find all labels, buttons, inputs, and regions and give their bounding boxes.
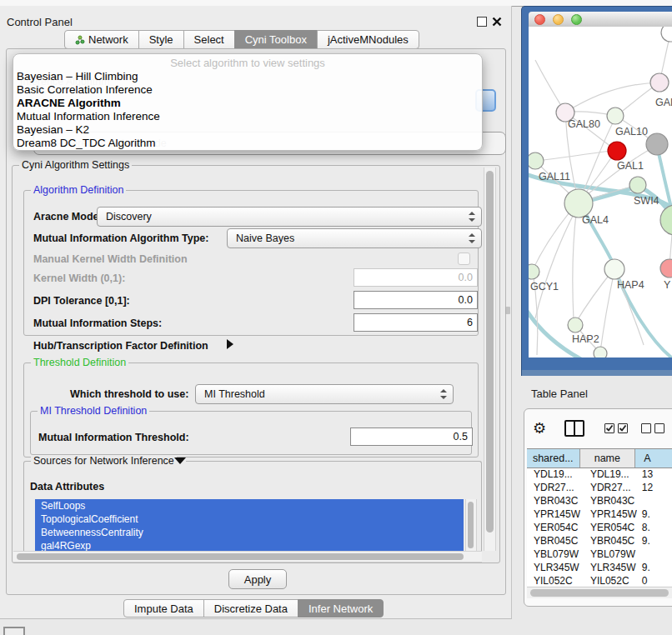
vertical-scrollbar[interactable]: [484, 168, 496, 551]
table-row[interactable]: YLR345WYLR345W9.: [527, 562, 672, 575]
manual-kernel-checkbox[interactable]: [458, 252, 470, 265]
table-row[interactable]: YBR045CYBR045C9.: [527, 535, 672, 548]
table-cell: YIL052C: [527, 575, 580, 586]
unchecked-boxes-icon[interactable]: [641, 423, 664, 433]
mi-threshold-field[interactable]: 0.5: [350, 428, 473, 446]
close-icon[interactable]: [492, 17, 502, 27]
mi-threshold-label: Mutual Information Threshold:: [38, 432, 189, 443]
floating-window-icon[interactable]: [3, 627, 25, 635]
network-window-bottom-frame: [522, 370, 672, 376]
table-rows: YDL19...YDL19...13YDR27...YDR27...12YBR0…: [527, 468, 672, 586]
threshold-definition-title: Threshold Definition: [31, 357, 128, 368]
mi-type-combo[interactable]: Naive Bayes: [227, 228, 482, 248]
aracne-mode-label: Aracne Mode:: [33, 211, 103, 222]
which-threshold-combo[interactable]: MI Threshold: [195, 384, 454, 404]
node-label-gal11: GAL11: [539, 171, 570, 182]
dpi-tolerance-label: DPI Tolerance [0,1]:: [33, 295, 130, 307]
panel-title: Control Panel: [7, 16, 73, 28]
node-red[interactable]: [608, 142, 626, 160]
tab-label: Style: [149, 33, 173, 46]
aracne-mode-combo[interactable]: Discovery: [97, 207, 482, 227]
apply-button[interactable]: Apply: [228, 569, 287, 589]
table-row[interactable]: YDR27...YDR27...12: [527, 482, 672, 495]
column-header-shared-[interactable]: shared...: [527, 449, 580, 468]
dropdown-item-mutual-information-inference[interactable]: Mutual Information Inference: [17, 110, 160, 123]
tab-jactivemnodules[interactable]: jActiveMNodules: [317, 30, 419, 49]
split-columns-icon[interactable]: [564, 420, 584, 437]
kernel-width-value: 0.0: [459, 272, 473, 283]
tab-label: Discretize Data: [214, 602, 288, 615]
node-label-gal1: GAL1: [617, 160, 644, 172]
gear-icon[interactable]: ⚙: [533, 421, 546, 436]
panel-divider-handle[interactable]: [505, 307, 510, 314]
tab-impute-data[interactable]: Impute Data: [123, 599, 204, 618]
table-row[interactable]: YIL052CYIL052C0: [527, 575, 672, 586]
dropdown-item-bayesian-k2[interactable]: Bayesian – K2: [17, 123, 160, 137]
table-row[interactable]: YBL079WYBL079W: [527, 548, 672, 562]
network-window-titlebar[interactable]: [529, 12, 672, 28]
table-cell: [637, 548, 672, 562]
node-hap2[interactable]: [568, 318, 583, 332]
table-horizontal-scrollbar[interactable]: [527, 587, 672, 598]
node-gray[interactable]: [646, 133, 668, 155]
dropdown-item-basic-correlation-inference[interactable]: Basic Correlation Inference: [17, 83, 160, 97]
tab-style[interactable]: Style: [138, 30, 184, 49]
tab-cyni-toolbox[interactable]: Cyni Toolbox: [234, 30, 318, 49]
expand-arrow-icon[interactable]: [227, 339, 233, 349]
network-canvas[interactable]: GALGAL80GAL10GAL1GAL11SWI4GAL4GCY1HAP4YH…: [529, 27, 672, 358]
table-cell: YPR145W: [527, 508, 580, 522]
node-salmon[interactable]: [660, 259, 672, 278]
dpi-tolerance-field[interactable]: 0.0: [354, 291, 478, 309]
tab-label: jActiveMNodules: [328, 33, 409, 46]
tab-infer-network[interactable]: Infer Network: [298, 599, 384, 618]
node-gal11[interactable]: [529, 152, 544, 169]
node-bottom[interactable]: [594, 347, 607, 358]
attribute-item-gal4rgexp[interactable]: gal4RGexp: [35, 539, 464, 552]
node-gal4[interactable]: [564, 189, 593, 218]
attributes-scrollbar[interactable]: [465, 499, 477, 552]
column-header-name[interactable]: name: [580, 449, 636, 468]
table-cell: YIL052C: [580, 575, 637, 586]
attribute-item-betweennesscentrality[interactable]: BetweennessCentrality: [35, 526, 464, 539]
tab-select[interactable]: Select: [183, 30, 235, 49]
node-top-right[interactable]: [661, 27, 672, 42]
table-cell: YBR045C: [527, 535, 580, 548]
close-traffic-light[interactable]: [534, 14, 545, 25]
dropdown-item-bayesian-hill-climbing[interactable]: Bayesian – Hill Climbing: [17, 70, 160, 83]
zoom-traffic-light[interactable]: [571, 14, 582, 25]
minimize-traffic-light[interactable]: [553, 14, 564, 25]
node-swi4[interactable]: [629, 177, 646, 193]
node-gal10[interactable]: [607, 108, 624, 124]
table-row[interactable]: YPR145WYPR145W9.: [527, 508, 672, 522]
column-header-a[interactable]: A: [635, 449, 672, 468]
dropdown-item-dream8-dc-tdc-algorithm[interactable]: Dream8 DC_TDC Algorithm: [17, 137, 160, 150]
sources-title: Sources for Network Inference: [31, 455, 177, 467]
algorithm-dropdown-list: Select algorithm to view settings Bayesi…: [13, 53, 483, 151]
node-big-right[interactable]: [660, 205, 672, 235]
node-label-gal4: GAL4: [582, 214, 609, 226]
mi-steps-field[interactable]: 6: [354, 313, 478, 332]
table-row[interactable]: YER054CYER054C8.: [527, 522, 672, 535]
node-hap4[interactable]: [604, 259, 624, 279]
float-window-icon[interactable]: [477, 17, 487, 27]
table-cell: YBL079W: [580, 548, 637, 562]
tab-network[interactable]: Network: [64, 30, 139, 49]
node-label-y: Y: [664, 279, 671, 291]
collapse-arrow-icon[interactable]: [174, 458, 186, 464]
node-pink-top[interactable]: [650, 73, 669, 92]
attribute-item-topologicalcoefficient[interactable]: TopologicalCoefficient: [35, 512, 464, 526]
dropdown-item-aracne-algorithm[interactable]: ARACNE Algorithm: [17, 97, 160, 110]
horizontal-scrollbar[interactable]: [13, 551, 482, 562]
kernel-width-field[interactable]: 0.0: [354, 268, 478, 287]
tab-bar: NetworkStyleSelectCyni ToolboxjActiveMNo…: [64, 30, 419, 49]
hub-definition-label: Hub/Transcription Factor Definition: [33, 340, 208, 352]
node-gcy1[interactable]: [529, 264, 539, 279]
attribute-item-selfloops[interactable]: SelfLoops: [35, 499, 464, 512]
table-cell: 9.: [637, 535, 672, 548]
checked-boxes-icon[interactable]: [604, 423, 628, 433]
table-row[interactable]: YBR043CYBR043C: [527, 495, 672, 508]
tab-discretize-data[interactable]: Discretize Data: [203, 599, 298, 618]
which-threshold-label: Which threshold to use:: [70, 388, 188, 400]
node-label-hap4: HAP4: [617, 279, 644, 291]
table-row[interactable]: YDL19...YDL19...13: [527, 468, 672, 482]
